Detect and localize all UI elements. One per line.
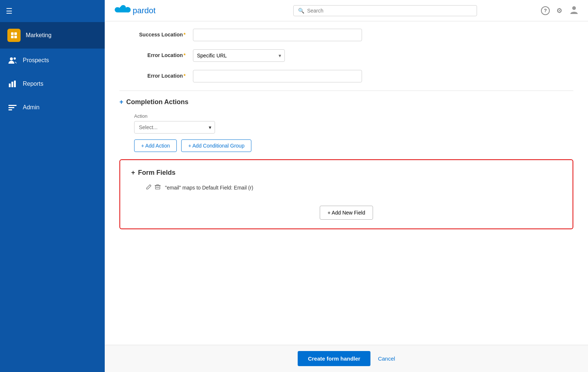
user-icon[interactable] [569, 4, 579, 17]
action-buttons: + Add Action + Add Conditional Group [134, 139, 573, 152]
sidebar-item-marketing[interactable]: Marketing [0, 22, 105, 49]
required-star-3: * [184, 73, 186, 79]
svg-point-4 [10, 57, 13, 60]
svg-rect-10 [8, 107, 14, 108]
completion-actions-section: + Completion Actions Action Select... + … [119, 91, 573, 152]
add-conditional-group-button[interactable]: + Add Conditional Group [181, 139, 251, 152]
error-location-select[interactable]: Specific URL Default Custom URL [193, 49, 285, 62]
svg-point-12 [572, 6, 576, 10]
help-icon[interactable]: ? [541, 6, 550, 15]
svg-rect-11 [8, 109, 12, 110]
field-item-text: "email" maps to Default Field: Email (r) [165, 185, 253, 191]
hamburger-icon[interactable]: ☰ [6, 7, 12, 15]
cancel-button[interactable]: Cancel [378, 355, 395, 362]
field-item-row: "email" maps to Default Field: Email (r) [146, 184, 562, 191]
error-location-select-wrapper: Specific URL Default Custom URL [193, 49, 285, 62]
form-fields-title: + Form Fields [131, 169, 562, 177]
error-location-url-input[interactable] [193, 70, 362, 82]
delete-icon[interactable] [155, 184, 161, 191]
svg-rect-3 [14, 36, 17, 38]
error-location-url-row: Error Location* [119, 70, 573, 82]
form-fields-plus-icon: + [131, 169, 135, 177]
edit-icon[interactable] [146, 184, 152, 191]
sidebar-item-prospects[interactable]: Prospects [0, 49, 105, 72]
sidebar-item-marketing-label: Marketing [26, 32, 51, 39]
sidebar-header: ☰ [0, 0, 105, 22]
add-action-button[interactable]: + Add Action [134, 139, 177, 152]
action-group: Action Select... + Add Action + Add Cond… [134, 113, 573, 152]
sidebar-item-reports-label: Reports [23, 81, 43, 87]
sidebar-item-prospects-label: Prospects [23, 57, 49, 64]
settings-icon[interactable]: ⚙ [556, 7, 562, 15]
content-area: Success Location* Error Location* Specif… [105, 21, 588, 345]
required-star-2: * [184, 52, 186, 58]
error-location-select-label: Error Location* [119, 49, 186, 58]
reports-icon [7, 79, 18, 89]
search-bar[interactable]: 🔍 [293, 5, 477, 16]
admin-icon [7, 102, 18, 113]
pardot-logo-text: pardot [133, 6, 155, 15]
error-location-url-label: Error Location* [119, 70, 186, 79]
add-new-field-button[interactable]: + Add New Field [320, 206, 373, 220]
required-star: * [184, 32, 186, 38]
topbar-left: pardot [114, 4, 155, 17]
marketing-icon [7, 29, 21, 42]
error-location-select-row: Error Location* Specific URL Default Cus… [119, 49, 573, 62]
search-icon: 🔍 [298, 8, 304, 14]
success-location-input[interactable] [193, 29, 362, 41]
action-select-wrapper: Select... [134, 121, 215, 134]
svg-rect-7 [11, 82, 13, 87]
svg-rect-9 [8, 105, 17, 106]
action-select[interactable]: Select... [134, 121, 215, 134]
sidebar-item-reports[interactable]: Reports [0, 72, 105, 96]
success-location-input-wrapper [193, 29, 377, 41]
topbar: pardot 🔍 ? ⚙ [105, 0, 588, 21]
sidebar-item-admin[interactable]: Admin [0, 96, 105, 119]
svg-rect-8 [14, 81, 16, 87]
success-location-label: Success Location* [119, 29, 186, 38]
create-form-handler-button[interactable]: Create form handler [298, 351, 371, 366]
svg-rect-6 [9, 84, 11, 87]
success-location-row: Success Location* [119, 29, 573, 41]
sidebar: ☰ Marketing [0, 0, 105, 372]
add-field-wrapper: + Add New Field [131, 198, 562, 220]
svg-rect-2 [11, 36, 14, 38]
prospects-icon [7, 55, 18, 65]
field-item-icons [146, 184, 161, 191]
sidebar-item-admin-label: Admin [23, 104, 39, 111]
svg-rect-0 [11, 32, 14, 35]
search-input[interactable] [307, 8, 472, 14]
svg-point-5 [14, 57, 16, 60]
salesforce-cloud-icon [114, 4, 131, 17]
main-area: pardot 🔍 ? ⚙ Success Location* [105, 0, 588, 372]
completion-actions-title: + Completion Actions [119, 98, 573, 106]
svg-rect-1 [14, 32, 17, 35]
action-label: Action [134, 113, 573, 119]
footer-bar: Create form handler Cancel [105, 345, 588, 372]
completion-actions-plus-icon: + [119, 98, 123, 106]
sidebar-nav: Marketing Prospects [0, 22, 105, 372]
error-location-url-input-wrapper [193, 70, 377, 82]
pardot-logo: pardot [114, 4, 155, 17]
form-fields-section: + Form Fields "email" maps to Default Fi… [119, 159, 573, 229]
topbar-right: ? ⚙ [541, 4, 579, 17]
